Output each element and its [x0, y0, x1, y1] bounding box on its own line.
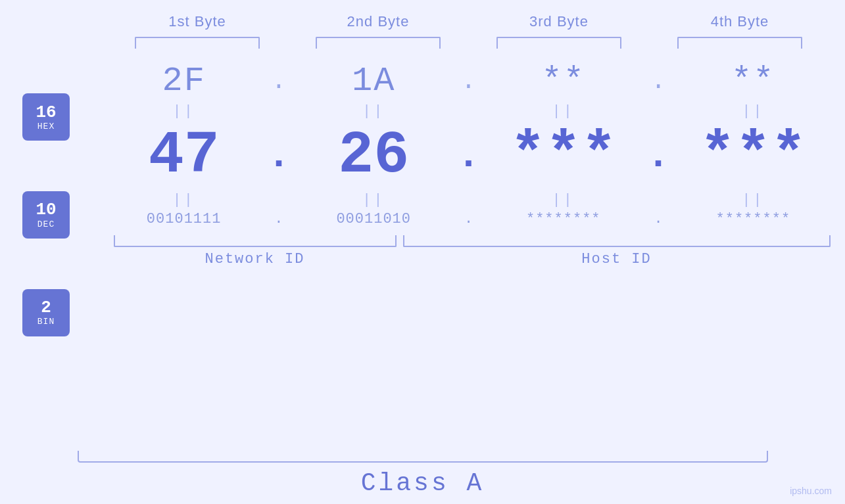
- byte1-header: 1st Byte: [125, 13, 270, 30]
- badge-dec: 10 DEC: [22, 191, 70, 239]
- eq2-b3: ||: [491, 192, 636, 208]
- byte3-header: 3rd Byte: [487, 13, 631, 30]
- hex-b4: **: [681, 62, 825, 101]
- main-area: 16 HEX 10 DEC 2 BIN 2F .: [0, 62, 845, 440]
- hex-dot1: .: [266, 67, 292, 95]
- bracket-byte2: [316, 37, 441, 49]
- dec-dot1: .: [266, 133, 292, 178]
- full-bottom-bracket: [78, 451, 768, 463]
- bin-b1: 00101111: [112, 211, 256, 227]
- bin-dot1: .: [266, 211, 292, 227]
- badges-column: 16 HEX 10 DEC 2 BIN: [0, 62, 92, 440]
- hex-b1: 2F: [112, 62, 256, 101]
- watermark: ipshu.com: [790, 486, 832, 496]
- bracket-byte1: [135, 37, 260, 49]
- eq1-b1: ||: [112, 103, 256, 120]
- dec-dot3: .: [645, 133, 671, 178]
- badge-dec-label: DEC: [37, 219, 55, 229]
- badge-hex-num: 16: [36, 103, 56, 122]
- badge-hex-label: HEX: [37, 122, 55, 131]
- bin-b3: ********: [491, 211, 636, 227]
- bottom-section: Class A: [0, 451, 845, 504]
- badge-bin-num: 2: [41, 298, 51, 317]
- eq2-b1: ||: [112, 192, 256, 208]
- network-bracket: [114, 235, 397, 247]
- eq1-b2: ||: [301, 103, 446, 120]
- hex-row: 2F . 1A . ** . **: [107, 62, 831, 101]
- hex-dot2: .: [455, 67, 481, 95]
- badge-hex: 16 HEX: [22, 93, 70, 141]
- byte4-header: 4th Byte: [667, 13, 812, 30]
- main-container: 1st Byte 2nd Byte 3rd Byte 4th Byte 16 H…: [0, 0, 845, 504]
- badge-dec-num: 10: [36, 200, 56, 219]
- eq2-b4: ||: [681, 192, 825, 208]
- bin-row: 00101111 . 00011010 . ******** .: [107, 211, 831, 227]
- class-label: Class A: [361, 469, 485, 497]
- host-bracket: [403, 235, 831, 247]
- bottom-brackets: [107, 235, 831, 247]
- id-labels: Network ID Host ID: [107, 251, 831, 267]
- dec-row: 47 . 26 . *** . ***: [107, 122, 831, 189]
- dec-b3: ***: [491, 122, 636, 189]
- eq2-b2: ||: [301, 192, 446, 208]
- bracket-byte4: [677, 37, 802, 49]
- equals-row-2: || || || ||: [107, 192, 831, 208]
- badge-bin: 2 BIN: [22, 289, 70, 336]
- bracket-byte3: [496, 37, 621, 49]
- bin-dot3: .: [645, 211, 671, 227]
- bin-b4: ********: [681, 211, 825, 227]
- eq1-b3: ||: [491, 103, 636, 120]
- hex-b2: 1A: [301, 62, 446, 101]
- eq1-b4: ||: [681, 103, 825, 120]
- dec-b1: 47: [112, 122, 256, 189]
- byte2-header: 2nd Byte: [306, 13, 450, 30]
- badge-bin-label: BIN: [37, 317, 55, 327]
- data-columns: 2F . 1A . ** . **: [92, 62, 845, 440]
- hex-b3: **: [491, 62, 636, 101]
- network-id-label: Network ID: [114, 251, 397, 267]
- dec-b2: 26: [301, 122, 446, 189]
- hex-dot3: .: [645, 67, 671, 95]
- equals-row-1: || || || ||: [107, 103, 831, 120]
- host-id-label: Host ID: [403, 251, 831, 267]
- byte-headers: 1st Byte 2nd Byte 3rd Byte 4th Byte: [107, 13, 831, 30]
- top-brackets: [107, 37, 831, 49]
- bin-b2: 00011010: [301, 211, 446, 227]
- bin-dot2: .: [455, 211, 481, 227]
- dec-dot2: .: [455, 133, 481, 178]
- dec-b4: ***: [681, 122, 825, 189]
